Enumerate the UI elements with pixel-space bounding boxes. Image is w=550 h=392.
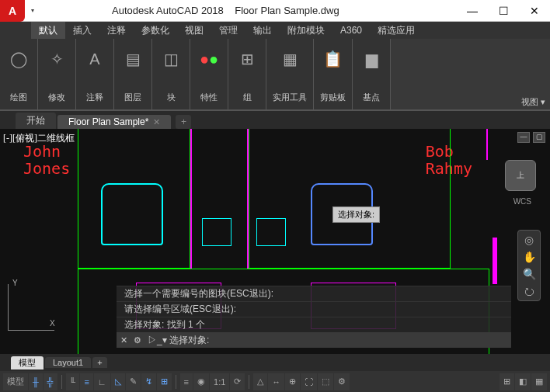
snap-icon[interactable]: ╬ <box>44 373 57 390</box>
chair-block <box>101 183 163 245</box>
tab-model-space[interactable]: 模型 <box>11 356 44 369</box>
app-logo[interactable]: A <box>0 0 25 22</box>
wall-line <box>190 129 192 269</box>
tab-addins[interactable]: 附加模块 <box>280 22 332 39</box>
orbit-icon[interactable]: ⭮ <box>524 285 534 297</box>
iso-icon[interactable]: ⊕ <box>285 373 300 390</box>
tab-output[interactable]: 输出 <box>245 22 280 39</box>
anno-scale[interactable]: 1:1 <box>210 373 229 390</box>
isodraft-icon[interactable]: ∟ <box>94 373 110 390</box>
panel-annotate[interactable]: A注释 <box>76 39 114 109</box>
separator <box>176 375 176 389</box>
tab-view[interactable]: 视图 <box>177 22 211 39</box>
panel-modify[interactable]: ✧修改 <box>38 39 76 109</box>
panel-layers[interactable]: ▤图层 <box>114 39 152 109</box>
osnap-icon[interactable]: ◺ <box>111 373 125 390</box>
wall-line <box>486 129 488 160</box>
panel-group[interactable]: ⊞组 <box>228 39 266 109</box>
steering-wheel-icon[interactable]: ◎ <box>524 234 534 246</box>
command-input-bar: ✕ ⚙ <box>117 332 511 348</box>
tab-default[interactable]: 默认 <box>31 22 65 39</box>
minimize-button[interactable]: — <box>457 0 488 22</box>
text-icon: A <box>82 47 107 71</box>
close-tab-icon[interactable]: ✕ <box>153 117 160 127</box>
title-bar: A ▾ Autodesk AutoCAD 2018 Floor Plan Sam… <box>0 0 550 22</box>
ortho-icon[interactable]: ╙ <box>66 373 80 390</box>
tab-start[interactable]: 开始 <box>16 113 56 129</box>
tray-icon2[interactable]: ◧ <box>515 373 531 390</box>
clean-icon[interactable]: ⬚ <box>318 373 333 390</box>
panel-clipboard[interactable]: 📋剪贴板 <box>314 39 353 109</box>
utils-icon: ▦ <box>277 47 302 71</box>
tab-parametric[interactable]: 参数化 <box>134 22 177 39</box>
menu-icon[interactable]: ▦ <box>531 373 547 390</box>
separator <box>61 375 62 389</box>
tab-a360[interactable]: A360 <box>332 22 370 39</box>
grid-icon[interactable]: ╫ <box>29 373 43 390</box>
tab-featured[interactable]: 精选应用 <box>370 22 423 39</box>
tab-layout1[interactable]: Layout1 <box>45 357 91 368</box>
text-john-jones: John Jones <box>23 143 70 177</box>
cmd-options-icon[interactable]: ⚙ <box>131 335 144 345</box>
clipboard-icon: 📋 <box>321 47 346 71</box>
tab-annotate[interactable]: 注释 <box>99 22 134 39</box>
vp-min-icon[interactable]: — <box>517 132 530 143</box>
panel-draw[interactable]: ◯绘图 <box>0 39 38 109</box>
command-history-line: 选择一个需要编号的图块(ESC退出): <box>117 286 511 301</box>
view-cube[interactable]: 上 <box>505 160 536 191</box>
panel-base[interactable]: ▆基点 <box>353 39 391 109</box>
anno-icon[interactable]: ⟳ <box>230 373 245 390</box>
tab-floorplan[interactable]: Floor Plan Sample*✕ <box>57 115 171 129</box>
document-tabs: 开始 Floor Plan Sample*✕ + <box>0 110 550 129</box>
lwt-icon[interactable]: ↯ <box>141 373 156 390</box>
phone-block <box>202 218 231 246</box>
hw-icon[interactable]: ⛶ <box>301 373 317 390</box>
close-button[interactable]: ✕ <box>519 0 550 22</box>
tray-icon[interactable]: ⊞ <box>500 373 514 390</box>
vp-max-icon[interactable]: ▢ <box>533 132 545 143</box>
props-icon: ●● <box>197 47 221 71</box>
group-icon: ⊞ <box>235 47 259 71</box>
mon-icon[interactable]: ↔ <box>268 373 284 390</box>
separator <box>249 375 249 389</box>
command-history-line: 请选择编号区域(ESC退出): <box>117 301 511 317</box>
add-tab-button[interactable]: + <box>176 115 191 129</box>
pan-icon[interactable]: ✋ <box>523 251 536 263</box>
tab-manage[interactable]: 管理 <box>211 22 245 39</box>
modify-icon: ✧ <box>44 47 69 71</box>
qp-icon[interactable]: ≡ <box>180 373 193 390</box>
dyn-icon[interactable]: ⊞ <box>157 373 172 390</box>
panel-utils[interactable]: ▦实用工具 <box>266 39 314 109</box>
draw-icon: ◯ <box>6 47 31 71</box>
custom-icon[interactable]: ⚙ <box>334 373 350 390</box>
add-layout-button[interactable]: + <box>92 357 106 368</box>
polar-icon[interactable]: ≡ <box>80 373 92 390</box>
block-icon: ◫ <box>158 47 183 71</box>
drawing-area[interactable]: [-][俯视]二维线框 — ▢ John Jones Bob Rahmy 选择对… <box>0 129 550 354</box>
view-panel-dropdown[interactable]: 视图 ▾ <box>521 96 545 108</box>
viewport-controls: — ▢ <box>517 132 545 143</box>
panel-properties[interactable]: ●●特性 <box>190 39 228 109</box>
zoom-icon[interactable]: 🔍 <box>523 268 536 280</box>
ribbon: ◯绘图 ✧修改 A注释 ▤图层 ◫块 ●●特性 ⊞组 ▦实用工具 📋剪贴板 ▆基… <box>0 39 550 110</box>
folder-icon: ▆ <box>359 47 384 71</box>
maximize-button[interactable]: ☐ <box>488 0 519 22</box>
wall-line <box>493 238 497 284</box>
layers-icon: ▤ <box>120 47 145 71</box>
ribbon-filler: 视图 ▾ <box>391 39 550 109</box>
panel-block[interactable]: ◫块 <box>152 39 190 109</box>
tab-insert[interactable]: 插入 <box>65 22 99 39</box>
status-bar: 模型 ╫ ╬ ╙ ≡ ∟ ◺ ✎ ↯ ⊞ ≡ ◉ 1:1 ⟳ △ ↔ ⊕ ⛶ ⬚… <box>0 371 550 392</box>
command-window: 选择一个需要编号的图块(ESC退出): 请选择编号区域(ESC退出): 选择对象… <box>117 286 511 348</box>
phone-block <box>256 218 286 246</box>
model-paper-toggle[interactable]: 模型 <box>3 373 28 390</box>
otrack-icon[interactable]: ✎ <box>126 373 141 390</box>
ribbon-tabs: 默认 插入 注释 参数化 视图 管理 输出 附加模块 A360 精选应用 <box>0 22 550 39</box>
layout-tabs: 模型 Layout1 + <box>0 354 550 371</box>
sc-icon[interactable]: ◉ <box>193 373 209 390</box>
command-input[interactable] <box>144 335 511 345</box>
close-cmd-icon[interactable]: ✕ <box>117 335 131 345</box>
navigation-bar: ◎ ✋ 🔍 ⭮ <box>517 230 541 301</box>
selection-tooltip: 选择对象: <box>332 206 380 223</box>
ws-icon[interactable]: △ <box>253 373 267 390</box>
